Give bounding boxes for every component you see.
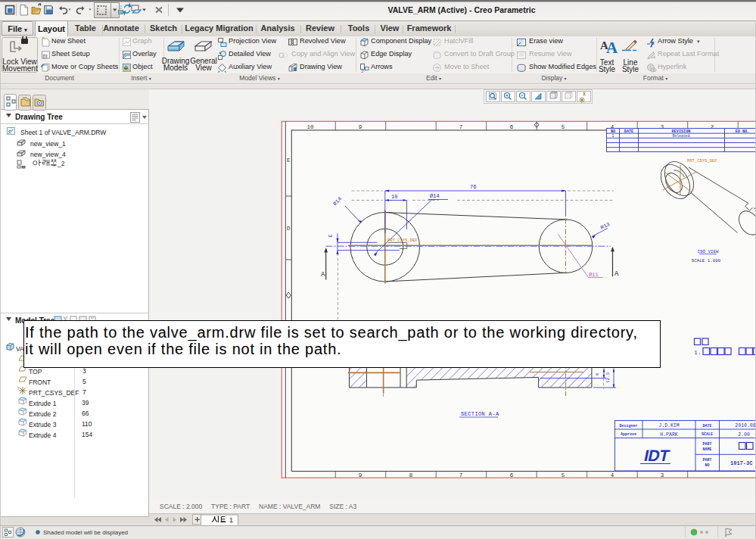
svg-text:1: 1 [612, 134, 614, 138]
svg-text:PRT_CSYS_DEF: PRT_CSYS_DEF [29, 389, 79, 397]
svg-text:2010.08: 2010.08 [735, 423, 755, 428]
svg-text:7: 7 [459, 124, 463, 130]
svg-text:6: 6 [510, 472, 514, 478]
svg-text:new_view_1: new_view_1 [30, 140, 66, 148]
svg-text:new_view_4: new_view_4 [30, 151, 66, 158]
svg-text:Ø14: Ø14 [430, 193, 440, 199]
svg-text:7: 7 [82, 388, 86, 396]
svg-text:PRT_CSYS_DEF: PRT_CSYS_DEF [687, 158, 717, 164]
svg-text:J.D.KIM: J.D.KIM [658, 423, 679, 428]
svg-text:EO NO.: EO NO. [736, 129, 750, 134]
svg-text:FRONT: FRONT [29, 379, 51, 386]
svg-text:A: A [614, 270, 619, 278]
svg-text:Extrude 3: Extrude 3 [29, 421, 57, 428]
svg-text:1: 1 [229, 516, 233, 524]
svg-text:IDT: IDT [642, 447, 671, 464]
svg-text:TOP: TOP [29, 368, 42, 375]
svg-text:10: 10 [391, 194, 397, 200]
svg-text:PART: PART [702, 458, 711, 463]
svg-text:5: 5 [82, 378, 86, 385]
svg-text:3: 3 [661, 472, 664, 478]
svg-text:NAME: NAME [702, 447, 711, 452]
svg-text:6: 6 [595, 372, 600, 375]
svg-text:39: 39 [82, 399, 89, 407]
svg-text:Sheet 1 of VALVE_ARM.DRW: Sheet 1 of VALVE_ARM.DRW [20, 129, 106, 136]
svg-text:2.00: 2.00 [738, 432, 750, 438]
svg-text:10: 10 [306, 124, 314, 130]
svg-text:8: 8 [409, 472, 413, 478]
svg-text:4: 4 [611, 472, 614, 478]
svg-text:SCALE 1.000: SCALE 1.000 [692, 258, 721, 263]
svg-text:5: 5 [562, 472, 565, 478]
svg-text:5: 5 [562, 124, 565, 130]
svg-text:E: E [287, 157, 291, 164]
svg-text:_2: _2 [57, 160, 65, 167]
svg-text:Shaded model will be displayed: Shaded model will be displayed [43, 529, 128, 536]
svg-text:1.: 1. [694, 349, 702, 356]
svg-text:110: 110 [82, 420, 92, 428]
svg-text:Extrude 4: Extrude 4 [29, 432, 57, 439]
svg-text:Extrude 2: Extrude 2 [29, 410, 57, 418]
svg-text:7: 7 [459, 472, 463, 478]
svg-text:DATE: DATE [702, 424, 711, 428]
svg-text:12.5: 12.5 [605, 372, 611, 383]
svg-text:Drawing Tree: Drawing Tree [15, 113, 63, 121]
svg-text:3: 3 [327, 235, 333, 238]
svg-text:PART: PART [702, 442, 711, 447]
svg-text:ISO VIEW: ISO VIEW [698, 249, 719, 254]
svg-text:66: 66 [82, 410, 89, 417]
svg-text:NO: NO [705, 463, 709, 468]
svg-text:9: 9 [359, 124, 362, 130]
svg-text:H.PARK: H.PARK [660, 432, 678, 438]
svg-text:Released: Released [672, 134, 689, 138]
svg-text:Y: Y [17, 387, 20, 391]
svg-text:DATE: DATE [624, 129, 633, 134]
svg-text:Designer: Designer [619, 424, 637, 428]
svg-text:Ø11: Ø11 [589, 272, 599, 278]
svg-text:3: 3 [82, 367, 86, 375]
svg-text:76: 76 [470, 184, 476, 190]
svg-text:SCALE: SCALE [702, 432, 713, 437]
svg-text:6: 6 [510, 124, 514, 130]
svg-text:Extrude 1: Extrude 1 [29, 400, 57, 407]
svg-text:PRT_CSYS_DEF: PRT_CSYS_DEF [387, 238, 418, 243]
svg-text:1017-3C: 1017-3C [730, 460, 752, 466]
svg-text:154: 154 [82, 431, 92, 438]
svg-text:SECTION A-A: SECTION A-A [461, 411, 499, 417]
svg-text:9: 9 [359, 472, 362, 478]
svg-text:D: D [287, 226, 291, 232]
svg-text:A: A [321, 271, 325, 279]
svg-text:A: A [606, 39, 618, 57]
svg-text:Approve: Approve [621, 432, 636, 437]
